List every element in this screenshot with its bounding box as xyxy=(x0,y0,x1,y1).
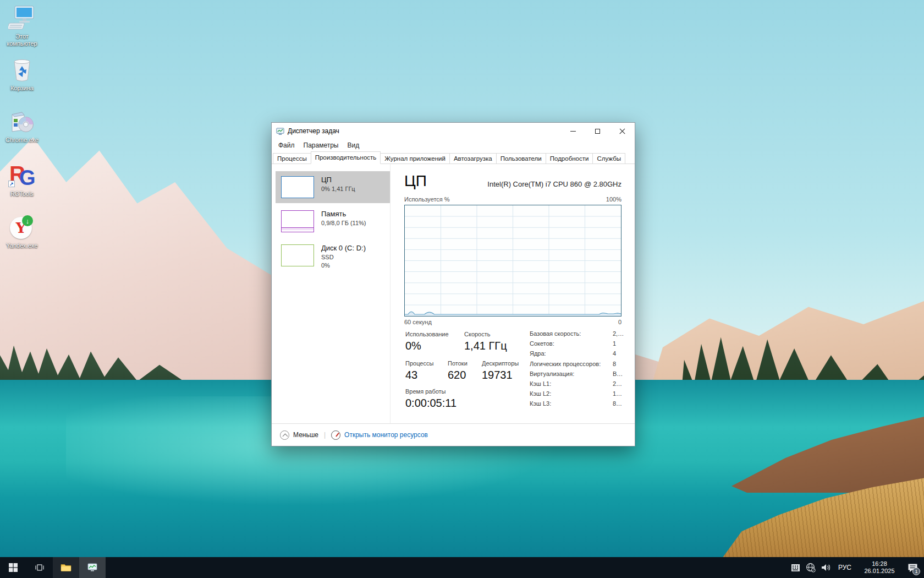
detail-label: Сокетов: xyxy=(530,339,613,348)
task-manager-icon xyxy=(87,563,97,572)
volume-button[interactable] xyxy=(818,557,834,578)
stat-label-processes: Процессы xyxy=(405,360,433,367)
sidebar-item-title: ЦП xyxy=(321,176,332,184)
detail-label: Ядра: xyxy=(530,348,613,358)
tab-performance[interactable]: Производительность xyxy=(311,151,381,164)
disk-mini-graph xyxy=(281,244,314,266)
clock-date: 26.01.2025 xyxy=(856,568,903,575)
tab-processes[interactable]: Процессы xyxy=(273,153,311,163)
detail-label: Кэш L3: xyxy=(530,399,613,408)
detail-value: 2,… xyxy=(613,329,624,339)
stat-value-handles: 19731 xyxy=(482,368,513,381)
sidebar-item-memory[interactable]: Память 0,9/8,0 ГБ (11%) xyxy=(276,205,390,237)
menu-options[interactable]: Параметры xyxy=(300,140,342,150)
detail-row: Кэш L1:2… xyxy=(530,379,634,389)
menu-file[interactable]: Файл xyxy=(275,140,298,150)
detail-label: Логических процессоров: xyxy=(530,359,613,369)
download-arrow-icon: ↓ xyxy=(22,215,33,226)
open-resource-monitor-link[interactable]: Открыть монитор ресурсов xyxy=(344,431,428,439)
desktop-icon-rgtools[interactable]: RG ↗ RGTools xyxy=(1,163,43,198)
detail-value: 1… xyxy=(613,389,622,399)
stat-value-usage: 0% xyxy=(405,339,421,352)
start-button[interactable] xyxy=(0,557,26,578)
detail-label: Кэш L2: xyxy=(530,389,613,399)
detail-value: 8 xyxy=(613,359,616,369)
touch-keyboard-button[interactable] xyxy=(788,557,803,578)
resource-monitor-icon xyxy=(331,430,340,440)
sidebar-item-title: Диск 0 (C: D:) xyxy=(321,244,366,252)
yandex-installer-icon: Y ↓ xyxy=(8,215,36,240)
close-button[interactable] xyxy=(610,123,635,139)
folder-icon xyxy=(61,563,72,572)
touch-keyboard-icon xyxy=(791,564,800,571)
sidebar-item-title: Память xyxy=(321,210,346,218)
desktop-icon-yandex-exe[interactable]: Y ↓ Yandex.exe xyxy=(1,215,43,249)
performance-sidebar: ЦП 0% 1,41 ГГц Память 0,9/8,0 ГБ (11%) Д… xyxy=(272,164,391,423)
collapse-chevron-icon[interactable] xyxy=(280,430,289,440)
detail-row: Кэш L3:8… xyxy=(530,399,634,408)
minimize-button[interactable] xyxy=(560,123,585,139)
detail-row: Кэш L2:1… xyxy=(530,389,634,399)
menu-view[interactable]: Вид xyxy=(344,140,362,150)
window-title: Диспетчер задач xyxy=(288,127,339,135)
system-tray: РУС 16:28 26.01.2025 1 xyxy=(788,557,924,578)
file-explorer-button[interactable] xyxy=(53,557,79,578)
detail-label: Базовая скорость: xyxy=(530,329,613,339)
this-pc-icon xyxy=(8,6,36,31)
desktop-icon-label: Chrome.exe xyxy=(1,137,43,144)
installer-disc-icon xyxy=(8,109,36,134)
sidebar-item-subtitle: 0% 1,41 ГГц xyxy=(321,186,355,192)
title-bar[interactable]: Диспетчер задач xyxy=(272,123,635,139)
shortcut-arrow-icon: ↗ xyxy=(8,181,15,187)
menu-bar: Файл Параметры Вид xyxy=(272,139,635,151)
task-view-button[interactable] xyxy=(26,557,53,578)
stat-label-uptime: Время работы xyxy=(405,388,446,395)
detail-value: 4 xyxy=(613,348,616,358)
stat-value-threads: 620 xyxy=(448,368,466,381)
sidebar-item-subtitle: SSD xyxy=(321,254,334,260)
desktop-icon-label: Этот компьютер xyxy=(1,33,43,47)
sidebar-item-cpu[interactable]: ЦП 0% 1,41 ГГц xyxy=(276,171,390,203)
stat-label-speed: Скорость xyxy=(464,331,491,337)
tab-details[interactable]: Подробности xyxy=(546,153,593,163)
fewer-details-button[interactable]: Меньше xyxy=(293,431,318,439)
detail-row: Сокетов:1 xyxy=(530,339,634,348)
task-view-icon xyxy=(35,563,45,572)
windows-logo-icon xyxy=(9,563,18,572)
stat-label-usage: Использование xyxy=(405,331,449,337)
action-center-button[interactable]: 1 xyxy=(903,557,922,578)
recycle-bin-icon xyxy=(8,57,36,83)
desktop: Этот компьютер Корзина xyxy=(0,0,924,578)
detail-label: Виртуализация: xyxy=(530,369,613,379)
globe-no-internet-icon xyxy=(806,563,816,572)
task-manager-taskbar-button[interactable] xyxy=(79,557,106,578)
sidebar-item-subtitle2: 0% xyxy=(321,262,330,269)
network-button[interactable] xyxy=(803,557,818,578)
tab-startup[interactable]: Автозагрузка xyxy=(449,153,497,163)
clock[interactable]: 16:28 26.01.2025 xyxy=(856,560,903,575)
window-footer: Меньше | Открыть монитор ресурсов xyxy=(272,423,635,446)
close-icon xyxy=(619,128,625,134)
desktop-icon-recycle-bin[interactable]: Корзина xyxy=(1,57,43,92)
sidebar-item-disk0[interactable]: Диск 0 (C: D:) SSD 0% xyxy=(276,239,390,280)
graph-time-label: 60 секунд xyxy=(404,319,432,325)
stat-value-uptime: 0:00:05:11 xyxy=(405,396,457,410)
language-indicator[interactable]: РУС xyxy=(834,564,856,571)
tab-services[interactable]: Службы xyxy=(592,153,625,163)
sidebar-item-subtitle: 0,9/8,0 ГБ (11%) xyxy=(321,220,366,226)
detail-value: В… xyxy=(613,369,623,379)
stat-label-threads: Потоки xyxy=(448,360,468,367)
desktop-icon-this-pc[interactable]: Этот компьютер xyxy=(1,6,43,47)
rgtools-icon: RG ↗ xyxy=(8,163,36,188)
tab-users[interactable]: Пользователи xyxy=(496,153,546,163)
graph-max-label: 100% xyxy=(606,196,622,203)
maximize-icon xyxy=(595,129,600,134)
maximize-button[interactable] xyxy=(585,123,610,139)
desktop-icon-chrome-exe[interactable]: Chrome.exe xyxy=(1,109,43,144)
speaker-icon xyxy=(821,563,831,572)
detail-value: 2… xyxy=(613,379,622,389)
cpu-usage-graph xyxy=(404,205,622,317)
memory-mini-graph xyxy=(281,210,314,232)
detail-row: Логических процессоров:8 xyxy=(530,359,634,369)
tab-app-history[interactable]: Журнал приложений xyxy=(380,153,450,163)
